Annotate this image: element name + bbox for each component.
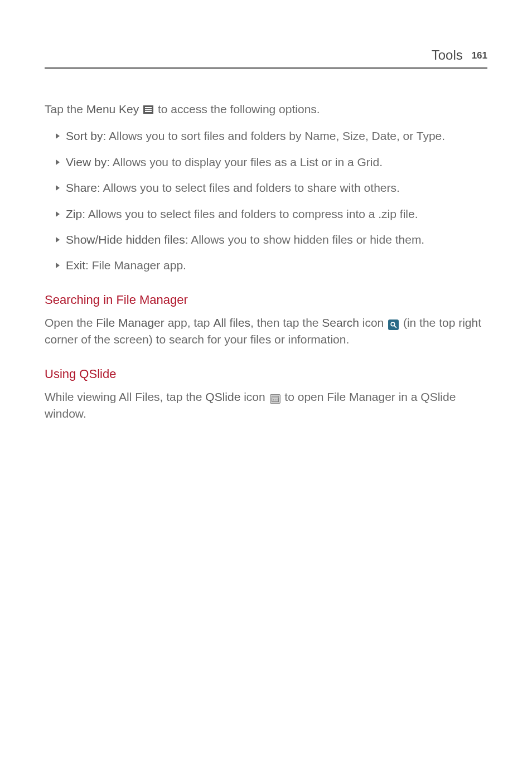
- svg-point-4: [273, 399, 274, 400]
- paragraph-qslide: While viewing All Files, tap the QSlide …: [45, 389, 487, 423]
- list-item: Zip: Allows you to select files and fold…: [57, 206, 487, 222]
- list-item: View by: Allows you to display your file…: [57, 154, 487, 171]
- item-desc: : Allows you to select files and folders…: [82, 207, 418, 220]
- intro-paragraph: Tap the Menu Key to access the following…: [45, 101, 487, 118]
- list-item: Sort by: Allows you to sort files and fo…: [57, 128, 487, 144]
- menu-key-icon: [143, 105, 153, 114]
- list-item: Share: Allows you to select files and fo…: [57, 180, 487, 196]
- bold-qslide: QSlide: [205, 390, 240, 403]
- qslide-icon: [270, 394, 280, 404]
- text: app, tap: [165, 316, 214, 329]
- item-desc: : Allows you to sort files and folders b…: [103, 129, 446, 142]
- page-number: 161: [472, 50, 487, 61]
- text: While viewing All Files, tap the: [45, 390, 205, 403]
- item-bold: Zip: [66, 207, 82, 220]
- bullet-arrow-icon: [56, 263, 60, 268]
- bullet-arrow-icon: [56, 185, 60, 191]
- bullet-arrow-icon: [56, 237, 60, 243]
- options-list: Sort by: Allows you to sort files and fo…: [45, 128, 487, 274]
- bold-allfiles: All files: [213, 316, 250, 329]
- text: Open the: [45, 316, 96, 329]
- item-desc: : Allows you to show hidden files or hid…: [185, 233, 425, 246]
- item-bold: Exit: [66, 259, 85, 272]
- bullet-arrow-icon: [56, 211, 60, 217]
- paragraph-searching: Open the File Manager app, tap All files…: [45, 314, 487, 348]
- item-bold: Show/Hide hidden files: [66, 233, 185, 246]
- intro-text-suffix: to access the following options.: [154, 103, 320, 115]
- item-bold: View by: [66, 156, 107, 168]
- text: icon: [240, 390, 268, 403]
- bullet-arrow-icon: [56, 133, 60, 139]
- bullet-arrow-icon: [56, 159, 60, 165]
- intro-text-prefix: Tap the: [45, 103, 86, 115]
- item-desc: : File Manager app.: [85, 259, 186, 272]
- item-desc: : Allows you to display your files as a …: [107, 156, 383, 168]
- text: , then tap the: [250, 316, 322, 329]
- item-bold: Share: [66, 181, 97, 194]
- svg-line-1: [394, 326, 396, 327]
- item-desc: : Allows you to select files and folders…: [97, 181, 400, 194]
- bold-filemanager: File Manager: [96, 316, 165, 329]
- page-header: Tools 161: [45, 46, 487, 69]
- heading-qslide: Using QSlide: [45, 365, 487, 383]
- svg-rect-3: [272, 396, 278, 398]
- section-title: Tools: [432, 47, 463, 62]
- heading-searching: Searching in File Manager: [45, 291, 487, 309]
- list-item: Show/Hide hidden files: Allows you to sh…: [57, 231, 487, 248]
- intro-bold-menukey: Menu Key: [86, 103, 139, 115]
- svg-point-5: [274, 399, 275, 400]
- svg-point-6: [276, 399, 277, 400]
- list-item: Exit: File Manager app.: [57, 257, 487, 274]
- bold-search: Search: [322, 316, 359, 329]
- item-bold: Sort by: [66, 129, 103, 142]
- search-icon: [388, 319, 399, 330]
- text: icon: [359, 316, 387, 329]
